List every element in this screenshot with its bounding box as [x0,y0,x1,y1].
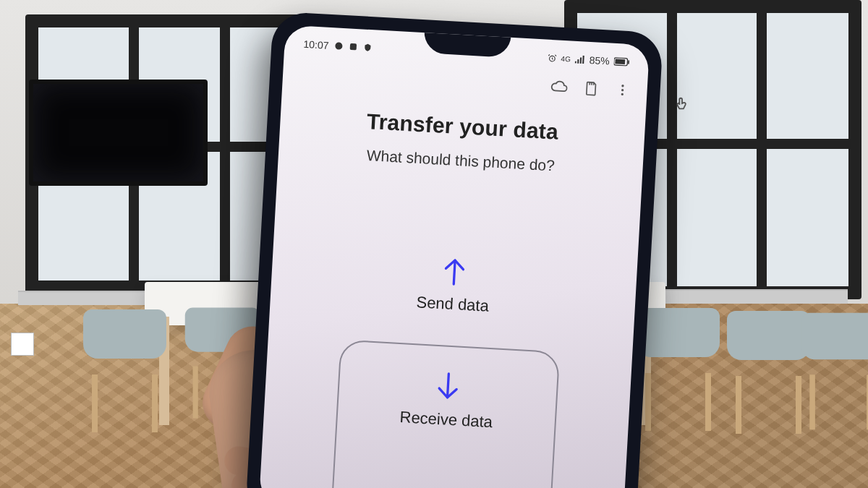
chair [83,309,166,389]
svg-rect-8 [615,59,625,65]
battery-icon [613,57,630,67]
alarm-icon [547,53,557,63]
receive-data-label: Receive data [399,408,493,432]
arrow-up-icon [441,255,468,287]
shield-icon [363,43,373,53]
svg-rect-4 [577,59,579,64]
status-time: 10:07 [303,38,329,51]
messenger-icon [334,41,344,51]
svg-point-10 [621,85,624,87]
cursor-hand-icon [674,95,690,113]
app-toolbar [550,77,630,99]
chair [801,313,868,389]
receive-data-option[interactable]: Receive data [330,339,560,488]
svg-rect-9 [628,60,629,64]
svg-point-11 [621,89,624,92]
arrow-down-icon [434,371,461,403]
chair [727,311,810,390]
screen-content: Transfer your data What should this phon… [259,101,645,488]
svg-rect-1 [350,43,357,50]
smartphone: 10:07 4G [245,11,663,488]
page-subtitle: What should this phone do? [278,142,644,179]
send-data-label: Send data [416,293,490,316]
chair [637,308,720,388]
svg-point-0 [335,42,343,50]
svg-point-12 [621,93,624,96]
facebook-icon [349,42,358,51]
wall-tv [29,80,208,186]
network-type: 4G [561,54,571,63]
battery-percent: 85% [589,54,610,67]
phone-screen: 10:07 4G [259,25,650,488]
svg-rect-6 [582,56,584,64]
svg-rect-3 [575,61,576,64]
cloud-icon[interactable] [550,77,568,95]
power-socket [11,333,34,356]
more-vertical-icon[interactable] [615,81,630,99]
sd-card-icon[interactable] [583,80,600,98]
photo-scene: 10:07 4G [0,0,868,488]
send-data-option[interactable]: Send data [270,246,637,324]
page-title: Transfer your data [280,104,645,149]
signal-icon [575,55,586,64]
svg-rect-5 [580,57,582,64]
